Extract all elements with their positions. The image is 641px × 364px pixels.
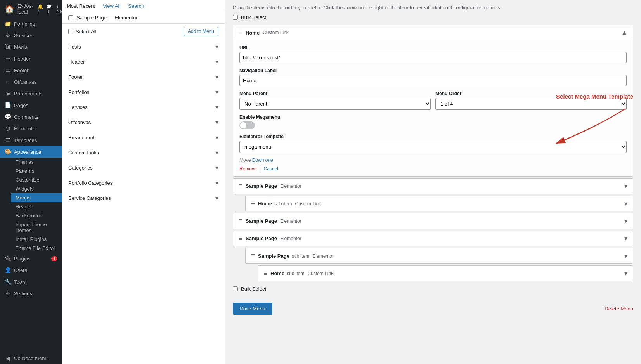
- section-portfolio-categories[interactable]: Portfolio Categories ▾: [62, 175, 225, 191]
- sidebar-item-label: Services: [14, 33, 33, 38]
- sub-home1-toggle[interactable]: ▾: [624, 200, 627, 207]
- customize-label: Customize: [16, 177, 39, 183]
- sub-home1-sublabel: sub item: [274, 201, 292, 206]
- save-menu-button[interactable]: Save Menu: [233, 303, 272, 315]
- page-checkbox-sample[interactable]: [68, 15, 73, 20]
- drag-handle-sample2: ☰: [239, 218, 243, 224]
- sidebar-item-settings[interactable]: ⚙ Settings: [0, 288, 62, 299]
- section-categories[interactable]: Categories ▾: [62, 160, 225, 175]
- site-name: Exdos-local: [17, 3, 33, 15]
- tab-view-all[interactable]: View All: [103, 3, 120, 9]
- sub-menu-item-home-1: ☰ Home sub item Custom Link ▾: [245, 196, 633, 211]
- tab-search[interactable]: Search: [128, 3, 144, 9]
- section-header[interactable]: Header ▾: [62, 54, 225, 69]
- sidebar-sub-background[interactable]: Background: [11, 211, 62, 220]
- add-to-menu-button[interactable]: Add to Menu: [184, 27, 218, 36]
- sub-sample-header[interactable]: ☰ Sample Page sub item Elementor ▾: [246, 248, 633, 263]
- sidebar-item-header[interactable]: ▭ Header: [0, 53, 62, 64]
- delete-menu-link[interactable]: Delete Menu: [605, 306, 633, 312]
- remove-link[interactable]: Remove: [239, 166, 257, 172]
- drag-handle-sub-home1: ☰: [251, 201, 255, 206]
- sidebar-sub-theme-file-editor[interactable]: Theme File Editor: [11, 244, 62, 253]
- sidebar-sub-menus[interactable]: Menus: [11, 193, 62, 202]
- home-item-title: Home: [246, 30, 260, 36]
- elementor-icon: ⬡: [5, 125, 11, 132]
- section-custom-links[interactable]: Custom Links ▾: [62, 145, 225, 160]
- section-service-categories[interactable]: Service Categories ▾: [62, 191, 225, 206]
- cancel-link[interactable]: Cancel: [263, 166, 278, 172]
- section-footer[interactable]: Footer ▾: [62, 69, 225, 85]
- menu-item-home-header[interactable]: ☰ Home Custom Link ▲: [233, 25, 633, 40]
- section-services[interactable]: Services ▾: [62, 100, 225, 115]
- sidebar-item-portfolios[interactable]: 📁 Portfolios: [0, 18, 62, 29]
- sidebar-item-collapse[interactable]: ◀ Collapse menu: [0, 352, 62, 364]
- sidebar-sub-install-plugins[interactable]: Install Plugins: [11, 235, 62, 244]
- sidebar-item-users[interactable]: 👤 Users: [0, 264, 62, 276]
- move-label: Move: [239, 158, 251, 163]
- section-breadcrumb[interactable]: Breadcrumb ▾: [62, 130, 225, 145]
- sidebar-item-comments[interactable]: 💬 Comments: [0, 111, 62, 123]
- sidebar-item-services[interactable]: ⚙ Services: [0, 29, 62, 41]
- new-button[interactable]: + New: [56, 4, 62, 14]
- sample3-toggle-icon[interactable]: ▾: [624, 235, 627, 242]
- panel-tabs: Most Recent View All Search: [62, 0, 225, 12]
- drag-handle-sub-sub-home2: ☰: [263, 271, 267, 276]
- sidebar-item-plugins[interactable]: 🔌 Plugins 1: [0, 253, 62, 264]
- section-offcanvas[interactable]: Offcanvas ▾: [62, 115, 225, 130]
- sidebar-item-breadcrumb[interactable]: ◉ Breadcrumb: [0, 88, 62, 99]
- sample1-toggle-icon[interactable]: ▾: [624, 182, 627, 190]
- sidebar-item-appearance[interactable]: 🎨 Appearance: [0, 146, 62, 158]
- sidebar-sub-customize[interactable]: Customize: [11, 175, 62, 184]
- section-posts[interactable]: Posts ▾: [62, 39, 225, 54]
- menu-order-col: Menu Order 1 of 4: [435, 91, 627, 110]
- bulk-select-checkbox-top[interactable]: [233, 15, 238, 20]
- sidebar-item-pages[interactable]: 📄 Pages: [0, 99, 62, 111]
- plugins-icon: 🔌: [5, 255, 11, 262]
- elementor-template-select[interactable]: mega menu: [239, 141, 627, 153]
- menu-parent-select[interactable]: No Parent: [239, 98, 431, 110]
- sidebar-item-footer[interactable]: ▭ Footer: [0, 64, 62, 76]
- sidebar-sub-header[interactable]: Header: [11, 202, 62, 211]
- select-all-checkbox[interactable]: [68, 29, 73, 34]
- move-down-link[interactable]: Down one: [252, 158, 273, 163]
- url-input[interactable]: [239, 52, 627, 63]
- chevron-icon-portfolio-cats: ▾: [215, 179, 218, 187]
- menu-parent-label: Menu Parent: [239, 91, 431, 96]
- sub-sub-home2-header[interactable]: ☰ Home sub item Custom Link ▾: [258, 266, 633, 281]
- sidebar-item-media[interactable]: 🖼 Media: [0, 41, 62, 53]
- tab-most-recent[interactable]: Most Recent: [67, 3, 95, 9]
- drag-handle-sub-sample: ☰: [251, 253, 255, 258]
- sample2-toggle-icon[interactable]: ▾: [624, 217, 627, 225]
- sub-sub-home2-toggle[interactable]: ▾: [624, 270, 627, 277]
- menu-item-sample-2-header[interactable]: ☰ Sample Page Elementor ▾: [233, 213, 633, 229]
- sidebar-item-templates[interactable]: ☰ Templates: [0, 134, 62, 146]
- elementor-template-label: Elementor Template: [239, 134, 627, 139]
- sidebar-sub-widgets[interactable]: Widgets: [11, 184, 62, 193]
- menu-item-sample-3-header[interactable]: ☰ Sample Page Elementor ▾: [233, 231, 633, 246]
- nav-input[interactable]: [239, 75, 627, 86]
- sidebar-item-tools[interactable]: 🔧 Tools: [0, 276, 62, 288]
- chevron-icon-categories: ▾: [215, 164, 218, 172]
- sidebar-sub-patterns[interactable]: Patterns: [11, 166, 62, 175]
- sub-sample-toggle[interactable]: ▾: [624, 252, 627, 260]
- menu-item-sample-1-header[interactable]: ☰ Sample Page Elementor ▾: [233, 179, 633, 194]
- megamenu-toggle[interactable]: [239, 121, 255, 129]
- home-toggle-icon[interactable]: ▲: [621, 29, 627, 36]
- sidebar-sub-themes[interactable]: Themes: [11, 158, 62, 166]
- sub-home1-title: Home: [258, 201, 272, 206]
- sidebar-item-elementor[interactable]: ⬡ Elementor: [0, 123, 62, 134]
- section-portfolios[interactable]: Portfolios ▾: [62, 85, 225, 100]
- bulk-select-checkbox-bottom[interactable]: [233, 286, 238, 291]
- menu-order-select[interactable]: 1 of 4: [435, 98, 627, 110]
- collapse-label: Collapse menu: [14, 355, 48, 361]
- pages-list: Sample Page — Elementor: [62, 12, 225, 23]
- url-label: URL: [239, 45, 627, 50]
- sub-home-1-header[interactable]: ☰ Home sub item Custom Link ▾: [246, 196, 633, 211]
- chevron-icon-service-cats: ▾: [215, 194, 218, 202]
- sidebar-sub-import-theme[interactable]: Import Theme Demos: [11, 220, 62, 235]
- sidebar-item-offcanvas[interactable]: ≡ Offcanvas: [0, 76, 62, 88]
- chevron-icon-services: ▾: [215, 104, 218, 111]
- select-all-label[interactable]: Select All: [68, 29, 96, 35]
- add-menu-row: Select All Add to Menu: [62, 23, 225, 39]
- menu-parent-order-row: Menu Parent No Parent Menu Order 1 of 4: [239, 91, 627, 110]
